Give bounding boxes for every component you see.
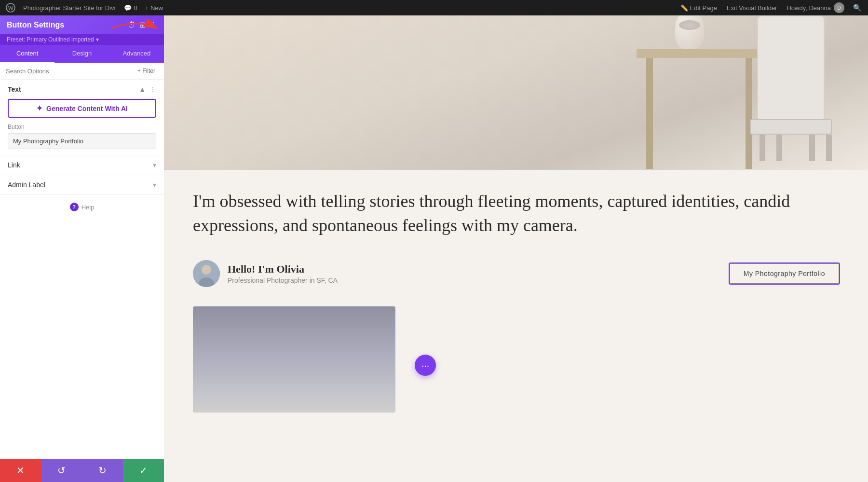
avatar <box>193 260 220 287</box>
text-section-more-icon[interactable]: ⋮ <box>149 85 156 93</box>
edit-page-link[interactable]: ✏️ Edit Page <box>677 4 721 12</box>
hero-image <box>164 15 868 170</box>
author-title: Professional Photographer in SF, CA <box>228 276 338 284</box>
filter-button[interactable]: + Filter <box>135 67 158 75</box>
help-area[interactable]: ? Help <box>0 195 164 219</box>
left-panel: Button Settings ⏱ ⊞ ⋮ Preset: Primary Ou… <box>0 15 164 482</box>
author-info: Hello! I'm Olivia Professional Photograp… <box>228 263 338 284</box>
quote-text: I'm obsessed with telling stories throug… <box>193 189 810 238</box>
link-section: Link ▾ <box>0 155 164 175</box>
new-post-link[interactable]: + New <box>142 4 166 12</box>
save-button[interactable]: ✓ <box>123 459 164 482</box>
button-field-value[interactable]: My Photography Portfolio <box>8 133 156 149</box>
button-field-group: Button My Photography Portfolio <box>0 124 164 155</box>
site-name[interactable]: Photographer Starter Site for Divi <box>19 4 119 12</box>
more-options-icon[interactable]: ⋮ <box>149 20 157 29</box>
wp-admin-bar: W Photographer Starter Site for Divi 💬 0… <box>0 0 868 15</box>
tab-content[interactable]: Content <box>0 45 54 63</box>
admin-label-chevron-down-icon: ▾ <box>153 181 156 189</box>
preset-bar[interactable]: Preset: Primary Outlined imported ▾ <box>0 34 164 45</box>
ai-generate-content-button[interactable]: ✦ Generate Content With AI <box>8 99 156 118</box>
photo-preview <box>193 306 395 413</box>
link-section-title: Link <box>8 161 20 169</box>
comment-icon: 💬 <box>124 4 132 12</box>
help-label: Help <box>81 204 95 211</box>
ai-sparkle-icon: ✦ <box>36 104 42 113</box>
panel-bottom-bar: ✕ ↺ ↻ ✓ <box>0 459 164 482</box>
columns-icon[interactable]: ⊞ <box>139 20 146 29</box>
tab-advanced[interactable]: Advanced <box>109 45 164 63</box>
author-section: Hello! I'm Olivia Professional Photograp… <box>164 252 868 306</box>
header-icons: ⏱ ⊞ ⋮ <box>128 20 157 29</box>
text-section-title: Text <box>8 85 21 93</box>
author-name: Hello! I'm Olivia <box>228 263 338 275</box>
pencil-icon: ✏️ <box>680 4 688 12</box>
howdy-user: Howdy, Deanna D <box>783 2 848 13</box>
author-info-group: Hello! I'm Olivia Professional Photograp… <box>193 260 338 287</box>
history-icon[interactable]: ⏱ <box>128 21 136 29</box>
panel-tabs: Content Design Advanced <box>0 45 164 63</box>
search-options-input[interactable] <box>6 68 131 75</box>
cancel-button[interactable]: ✕ <box>0 459 41 482</box>
button-field-label: Button <box>8 124 156 130</box>
chevron-down-icon: ▾ <box>96 36 99 43</box>
link-chevron-down-icon: ▾ <box>153 161 156 169</box>
text-section-header[interactable]: Text ▲ ⋮ <box>0 80 164 99</box>
photo-strip <box>164 306 868 441</box>
svg-text:W: W <box>8 5 14 11</box>
text-section: Text ▲ ⋮ ✦ Generate Content With AI Butt… <box>0 80 164 155</box>
floating-action-button[interactable]: ··· <box>415 355 436 376</box>
wordpress-logo[interactable]: W <box>4 1 17 14</box>
redo-button[interactable]: ↻ <box>82 459 123 482</box>
admin-label-section: Admin Label ▾ <box>0 175 164 195</box>
admin-label-section-header[interactable]: Admin Label ▾ <box>0 175 164 194</box>
content-area: I'm obsessed with telling stories throug… <box>164 15 868 482</box>
svg-point-4 <box>202 265 211 275</box>
quote-section: I'm obsessed with telling stories throug… <box>164 170 839 252</box>
tab-design[interactable]: Design <box>54 45 109 63</box>
help-icon: ? <box>70 203 79 211</box>
admin-label-section-title: Admin Label <box>8 181 45 189</box>
text-section-collapse-icon[interactable]: ▲ <box>139 85 146 93</box>
undo-button[interactable]: ↺ <box>41 459 82 482</box>
avatar: D <box>834 2 844 13</box>
panel-title: Button Settings <box>7 21 64 29</box>
comments-link[interactable]: 💬 0 <box>121 4 140 12</box>
search-icon[interactable]: 🔍 <box>850 4 864 12</box>
exit-visual-builder-link[interactable]: Exit Visual Builder <box>723 4 781 12</box>
comment-count: 0 <box>134 4 137 12</box>
portfolio-button[interactable]: My Photography Portfolio <box>730 263 839 284</box>
panel-header: Button Settings ⏱ ⊞ ⋮ <box>0 15 164 34</box>
main-layout: Button Settings ⏱ ⊞ ⋮ Preset: Primary Ou… <box>0 0 868 482</box>
link-section-header[interactable]: Link ▾ <box>0 155 164 175</box>
search-options-bar: + Filter <box>0 63 164 80</box>
